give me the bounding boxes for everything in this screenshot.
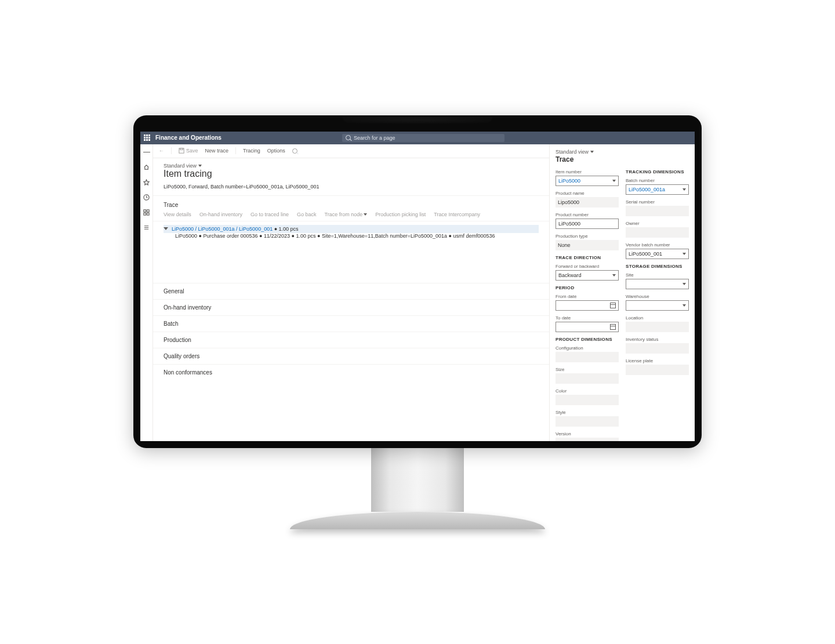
period-heading: PERIOD <box>556 285 619 290</box>
warehouse-field[interactable] <box>626 300 689 311</box>
product-number-field[interactable]: LiPo5000 <box>556 219 619 229</box>
tree-node-label: LiPo5000 / LiPo5000_001a / LiPo5000_001 … <box>172 226 299 232</box>
inv-status-label: Inventory status <box>626 337 689 342</box>
modules-icon[interactable] <box>143 224 150 231</box>
accordion-on-hand[interactable]: On-hand inventory <box>153 299 549 315</box>
chevron-down-icon <box>682 253 686 255</box>
to-date-field[interactable] <box>556 322 619 332</box>
location-label: Location <box>626 315 689 321</box>
tree-node-root[interactable]: LiPo5000 / LiPo5000_001a / LiPo5000_001 … <box>164 225 539 233</box>
accordion-production[interactable]: Production <box>153 332 549 348</box>
standard-view-picker[interactable]: Standard view <box>164 163 539 169</box>
back-button[interactable]: ← <box>159 148 164 154</box>
size-field <box>556 373 619 384</box>
chevron-down-icon <box>590 151 594 153</box>
style-field <box>556 416 619 427</box>
accordion-noncon[interactable]: Non conformances <box>153 364 549 380</box>
calendar-icon[interactable] <box>610 303 616 308</box>
page-subtitle: LiPo5000, Forward, Batch number=LiPo5000… <box>164 184 539 190</box>
caret-down-icon[interactable] <box>164 227 168 230</box>
home-icon[interactable] <box>143 164 150 171</box>
go-traced-cmd[interactable]: Go to traced line <box>251 212 289 217</box>
app-title: Finance and Operations <box>155 134 222 141</box>
search-placeholder: Search for a page <box>354 135 395 141</box>
serial-label: Serial number <box>626 199 689 205</box>
tree-node-child[interactable]: LiPo5000 ● Purchase order 000536 ● 11/22… <box>164 233 539 239</box>
vendor-batch-label: Vendor batch number <box>626 242 689 248</box>
recent-icon[interactable] <box>143 194 150 201</box>
calendar-icon[interactable] <box>610 324 616 330</box>
site-field[interactable] <box>626 279 689 289</box>
accordion-quality[interactable]: Quality orders <box>153 348 549 364</box>
go-back-cmd[interactable]: Go back <box>297 212 317 217</box>
size-label: Size <box>556 367 619 372</box>
chevron-down-icon <box>682 304 686 307</box>
options-menu[interactable]: Options <box>267 148 285 154</box>
chevron-down-icon <box>682 283 686 285</box>
from-date-field[interactable] <box>556 300 619 311</box>
trace-direction-heading: TRACE DIRECTION <box>556 255 619 260</box>
production-type-label: Production type <box>556 234 619 239</box>
storage-dimensions-heading: STORAGE DIMENSIONS <box>626 264 689 269</box>
license-plate-label: License plate <box>626 358 689 363</box>
chevron-down-icon <box>612 180 616 182</box>
config-label: Configuration <box>556 345 619 351</box>
inv-status-field <box>626 343 689 354</box>
favorites-icon[interactable] <box>143 179 150 186</box>
product-number-label: Product number <box>556 212 619 217</box>
panel-standard-view[interactable]: Standard view <box>556 149 689 155</box>
product-name-field: Lipo5000 <box>556 197 619 208</box>
page-title: Item tracing <box>164 169 539 179</box>
color-label: Color <box>556 388 619 394</box>
hamburger-icon[interactable] <box>143 149 150 156</box>
nav-rail <box>140 144 153 441</box>
waffle-icon[interactable] <box>144 134 151 141</box>
product-dimensions-heading: PRODUCT DIMENSIONS <box>556 337 619 342</box>
from-date-label: From date <box>556 294 619 299</box>
accordion-batch[interactable]: Batch <box>153 315 549 332</box>
fob-field[interactable]: Backward <box>556 270 619 281</box>
new-trace-button[interactable]: New trace <box>205 148 229 154</box>
accordion-general[interactable]: General <box>153 283 549 299</box>
to-date-label: To date <box>556 315 619 321</box>
vendor-batch-field[interactable]: LiPo5000_001 <box>626 249 689 259</box>
save-button[interactable]: Save <box>179 148 198 154</box>
svg-rect-2 <box>147 210 149 212</box>
svg-rect-3 <box>144 213 146 215</box>
batch-number-field[interactable]: LiPo5000_001a <box>626 184 689 195</box>
owner-label: Owner <box>626 221 689 226</box>
tracking-dimensions-heading: TRACKING DIMENSIONS <box>626 169 689 174</box>
app-header: Finance and Operations Search for a page <box>140 132 695 144</box>
chevron-down-icon <box>198 165 202 167</box>
intercompany-cmd[interactable]: Trace Intercompany <box>434 212 480 217</box>
svg-rect-1 <box>144 210 146 212</box>
chevron-down-icon <box>612 274 616 276</box>
chevron-down-icon <box>364 213 367 216</box>
on-hand-cmd[interactable]: On-hand inventory <box>199 212 242 217</box>
item-number-label: Item number <box>556 169 619 174</box>
cmd-search-icon[interactable] <box>292 148 297 154</box>
style-label: Style <box>556 410 619 415</box>
tracing-menu[interactable]: Tracing <box>243 148 260 154</box>
svg-rect-6 <box>180 148 183 150</box>
svg-rect-4 <box>147 213 149 215</box>
workspaces-icon[interactable] <box>143 209 150 216</box>
view-details-cmd[interactable]: View details <box>164 212 191 217</box>
trace-section-label: Trace <box>153 195 549 212</box>
version-field <box>556 438 619 441</box>
batch-number-label: Batch number <box>626 178 689 183</box>
product-name-label: Product name <box>556 191 619 196</box>
item-number-field[interactable]: LiPo5000 <box>556 176 619 186</box>
chevron-down-icon <box>682 188 686 191</box>
serial-field <box>626 206 689 216</box>
trace-from-node-cmd[interactable]: Trace from node <box>325 212 368 217</box>
main-content: ← Save New trace Tracing Options Standar… <box>153 144 550 441</box>
fob-label: Forward or backward <box>556 264 619 269</box>
location-field <box>626 322 689 332</box>
config-field <box>556 352 619 362</box>
search-input[interactable]: Search for a page <box>342 134 504 142</box>
version-label: Version <box>556 431 619 436</box>
picking-cmd[interactable]: Production picking list <box>375 212 426 217</box>
license-plate-field <box>626 365 689 375</box>
site-label: Site <box>626 272 689 278</box>
